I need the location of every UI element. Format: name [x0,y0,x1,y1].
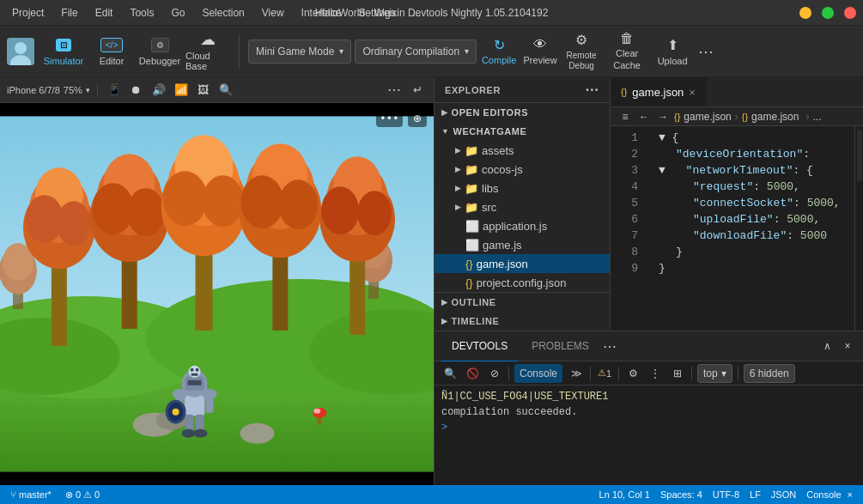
tab-game-json-close[interactable]: × [689,86,696,99]
code-content[interactable]: ▼ { "deviceOrientation": ▼ "networkTimeo… [645,126,854,331]
console-tab[interactable]: Console [514,364,562,383]
cursor-position-label: Ln 10, Col 1 [599,489,650,500]
menu-edit[interactable]: Edit [90,5,119,21]
bottom-panel-header: DEVTOOLS PROBLEMS ⋯ ∧ × [435,331,863,361]
simulator-button[interactable]: ⊡ Simulator [41,29,86,74]
menu-view[interactable]: View [257,5,289,21]
code-editor[interactable]: 1 2 3 4 5 6 7 8 9 ▼ { [611,126,863,331]
code-line-5: "connectSocket": 5000, [659,195,854,211]
debugger-button[interactable]: ⚙ Debugger [137,29,182,74]
clear-cache-button[interactable]: 🗑 Clear Cache [604,29,650,74]
sim-record-icon[interactable]: ⏺ [127,81,146,100]
compilation-dropdown[interactable]: Ordinary Compilation ▾ [355,39,477,64]
simulator-panel: iPhone 6/7/8 75% ▾ 📱 ⏺ 🔊 📶 🖼 🔍 ⋯ ↵ [0,77,435,485]
sim-network-icon[interactable]: 📶 [172,81,191,100]
console-close-icon[interactable]: × [848,489,853,500]
panel-chevron-up-icon[interactable]: ∧ [818,337,836,355]
git-branch-item[interactable]: ⑂ master* [7,485,55,504]
menu-selection[interactable]: Selection [197,5,249,21]
svg-point-37 [240,175,283,228]
remote-debug-button[interactable]: ⚙ Remote Debug [562,29,600,74]
remote-debug-label: Remote Debug [562,51,600,71]
encoding-item[interactable]: UTF-8 [709,485,743,504]
explorer-more-icon[interactable]: ⋯ [585,82,599,98]
preview-icon: 👁 [533,37,547,52]
folder-cocos-js[interactable]: ▶ 📁 cocos-js [435,160,610,179]
window-minimize[interactable]: − [799,7,811,19]
file-game-js[interactable]: ⬜ game.js [435,235,610,254]
open-editors-section[interactable]: ▶ OPEN EDITORS [435,103,610,122]
upload-icon: ⬆ [667,37,678,53]
console-vert-more-icon[interactable]: ⋮ [647,365,664,382]
menu-tools[interactable]: Tools [125,5,159,21]
window-close[interactable]: × [844,7,856,19]
back-icon[interactable]: ← [636,109,652,124]
outline-section[interactable]: ▶ OUTLINE [435,293,610,312]
simulator-label: Simulator [44,56,83,66]
errors-item[interactable]: ⊗ 0 ⚠ 0 [62,485,103,504]
folder-assets[interactable]: ▶ 📁 assets [435,141,610,160]
folder-src[interactable]: ▶ 📁 src [435,197,610,216]
device-select[interactable]: iPhone 6/7/8 75% ▾ [7,85,90,95]
sim-phone-icon[interactable]: 📱 [105,81,124,100]
console-block-icon[interactable]: ⊘ [486,365,503,382]
cursor-position[interactable]: Ln 10, Col 1 [596,485,653,504]
svg-point-43 [321,186,359,234]
panel-more-icon[interactable]: ⋯ [603,338,617,355]
console-tab-more-icon[interactable]: ≫ [568,365,585,382]
console-level-arrow: ▾ [721,367,726,380]
tab-game-json-label: game.json [632,86,684,99]
overlay-more-button[interactable]: • • • [376,110,403,127]
console-expand-icon[interactable]: ⊞ [669,365,686,382]
console-search-icon[interactable]: 🔍 [441,365,459,382]
editor-button[interactable]: </> Editor [89,29,134,74]
hamburger-icon[interactable]: ≡ [617,109,633,124]
spaces-item[interactable]: Spaces: 4 [657,485,706,504]
upload-label: Upload [658,56,688,66]
panel-close-icon[interactable]: × [839,337,856,355]
sim-more-icon[interactable]: ⋯ [387,82,401,98]
window-maximize[interactable]: □ [822,7,834,19]
menu-project[interactable]: Project [7,5,49,21]
toolbar-more-icon[interactable]: ⋯ [695,39,717,64]
collapse-icon[interactable]: ▼ [659,130,672,146]
toolbar-separator-1 [239,34,240,69]
language-item[interactable]: JSON [768,485,799,504]
tab-game-json[interactable]: {} game.json × [611,77,707,106]
devtools-tab[interactable]: DEVTOOLS [441,331,518,361]
sim-audio-icon[interactable]: 🔊 [149,81,168,100]
hidden-badge[interactable]: 6 hidden [744,364,795,383]
clear-cache-icon: 🗑 [620,31,634,46]
upload-button[interactable]: ⬆ Upload [653,29,691,74]
console-status-item[interactable]: Console × [803,485,856,504]
collapse-icon-3[interactable]: ▼ [659,162,672,179]
file-application-js[interactable]: ⬜ application.js [435,216,610,235]
wechatgame-section[interactable]: ▼ WECHATGAME [435,122,610,141]
console-level-select[interactable]: top ▾ [697,364,732,383]
user-avatar[interactable] [7,38,34,65]
spaces-label: Spaces: 4 [660,489,702,500]
console-settings-icon[interactable]: ⚙ [624,365,641,382]
forward-icon[interactable]: → [655,109,671,124]
code-line-9: } [659,260,854,276]
menu-go[interactable]: Go [166,5,190,21]
file-project-config[interactable]: {} project.config.json [435,273,610,292]
console-status-label: Console [806,489,841,500]
breadcrumb-obj-icon: {} [742,112,748,122]
timeline-section[interactable]: ▶ TIMELINE [435,312,610,331]
console-clear-icon[interactable]: 🚫 [464,365,481,382]
cloud-base-button[interactable]: ☁ Cloud Base [185,29,230,74]
line-ending-item[interactable]: LF [746,485,764,504]
file-game-json[interactable]: {} game.json [435,254,610,273]
sim-screenshot-icon[interactable]: 🖼 [194,81,213,100]
device-name: iPhone 6/7/8 [7,85,60,95]
sim-nav-icon[interactable]: ↵ [408,81,427,100]
mode-dropdown[interactable]: Mini Game Mode ▾ [248,39,351,64]
compile-button[interactable]: ↻ Compile [480,29,518,74]
menu-file[interactable]: File [56,5,82,21]
folder-libs[interactable]: ▶ 📁 libs [435,179,610,197]
preview-button[interactable]: 👁 Preview [521,29,559,74]
sim-search-icon[interactable]: 🔍 [216,81,235,100]
problems-tab[interactable]: PROBLEMS [521,331,599,361]
overlay-expand-button[interactable]: ⊕ [408,110,427,127]
